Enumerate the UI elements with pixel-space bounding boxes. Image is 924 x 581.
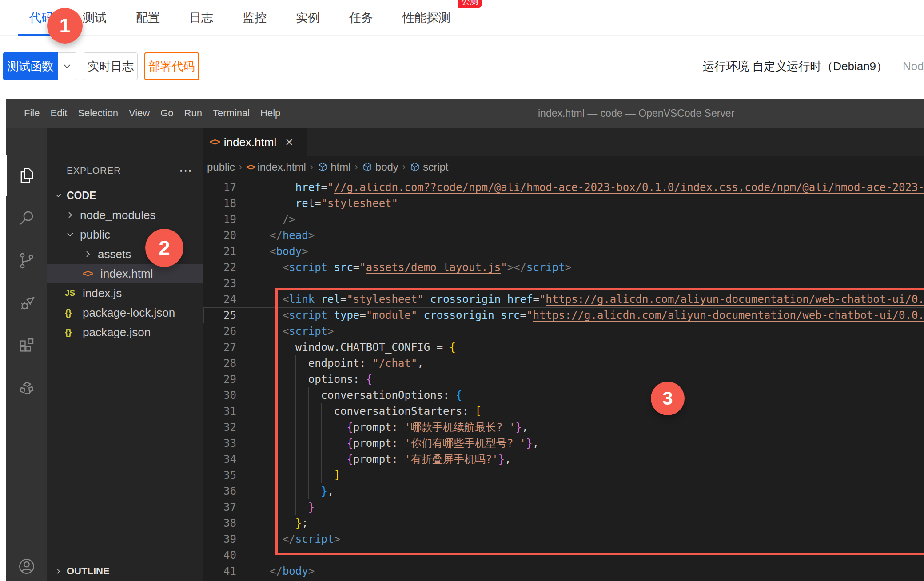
line-number[interactable]: 24 bbox=[203, 291, 236, 307]
code-token: prompt: bbox=[353, 435, 405, 451]
line-number[interactable]: 37 bbox=[203, 499, 236, 515]
indent-guides bbox=[270, 291, 283, 307]
menu-item-view[interactable]: View bbox=[123, 107, 155, 119]
test-function-dropdown-button[interactable] bbox=[58, 52, 76, 80]
code-line-text: }, bbox=[270, 483, 334, 499]
code-token: href bbox=[295, 179, 321, 195]
console-tab-实例[interactable]: 实例 bbox=[284, 0, 331, 36]
code-line-31: 31conversationStarters: [ bbox=[203, 403, 924, 419]
search-icon[interactable] bbox=[6, 198, 47, 239]
close-icon[interactable]: × bbox=[285, 135, 293, 149]
source-control-icon[interactable] bbox=[6, 240, 47, 281]
account-icon[interactable] bbox=[6, 546, 47, 581]
code-line-32: 32{prompt: '哪款手机续航最长? '}, bbox=[203, 419, 924, 435]
menu-item-go[interactable]: Go bbox=[155, 107, 179, 119]
code-token: = bbox=[353, 259, 359, 275]
console-tab-任务[interactable]: 任务 bbox=[338, 0, 385, 36]
menu-item-terminal[interactable]: Terminal bbox=[207, 107, 255, 119]
tab-label: index.html bbox=[224, 135, 277, 149]
console-tab-日志[interactable]: 日志 bbox=[178, 0, 225, 36]
line-number[interactable]: 31 bbox=[203, 403, 236, 419]
line-number[interactable]: 21 bbox=[203, 243, 236, 259]
indent-guides bbox=[270, 195, 295, 211]
menu-item-help[interactable]: Help bbox=[255, 107, 286, 119]
line-number[interactable]: 20 bbox=[203, 227, 236, 243]
console-tab-性能探测[interactable]: 性能探测公测 bbox=[391, 0, 462, 36]
line-number[interactable]: 34 bbox=[203, 451, 236, 467]
line-number[interactable]: 22 bbox=[203, 259, 236, 275]
explorer-icon[interactable] bbox=[6, 155, 47, 196]
test-function-button[interactable]: 测试函数 bbox=[3, 52, 58, 80]
activity-bar: ⚙ bbox=[6, 128, 47, 581]
line-number[interactable]: 39 bbox=[203, 531, 236, 547]
breadcrumb-item-body[interactable]: body bbox=[362, 161, 398, 173]
run-debug-icon[interactable] bbox=[6, 283, 47, 324]
code-line-28: 28endpoint: "/chat", bbox=[203, 355, 924, 371]
code-token: } bbox=[515, 419, 522, 435]
code-token: { bbox=[346, 435, 353, 451]
line-number[interactable]: 23 bbox=[203, 275, 236, 291]
line-number[interactable]: 41 bbox=[203, 563, 236, 579]
line-number[interactable]: 18 bbox=[203, 195, 236, 211]
runtime-extra: Node.j bbox=[903, 60, 924, 73]
editor-tab-index-html[interactable]: <> index.html × bbox=[203, 128, 307, 156]
code-token bbox=[424, 291, 430, 307]
line-number[interactable]: 27 bbox=[203, 339, 236, 355]
breadcrumb: public›<>index.html›html›body›script bbox=[203, 156, 924, 178]
indent-guides bbox=[270, 307, 283, 323]
line-number[interactable]: 40 bbox=[203, 547, 236, 563]
line-number[interactable]: 19 bbox=[203, 211, 236, 227]
cloud-toolkit-icon[interactable] bbox=[6, 369, 47, 410]
line-number[interactable]: 33 bbox=[203, 435, 236, 451]
line-number[interactable]: 35 bbox=[203, 467, 236, 483]
code-line-text: {prompt: '有折叠屏手机吗?'}, bbox=[270, 451, 511, 467]
line-number[interactable]: 26 bbox=[203, 323, 236, 339]
line-number[interactable]: 38 bbox=[203, 515, 236, 531]
line-number[interactable]: 17 bbox=[203, 179, 236, 195]
line-number[interactable]: 28 bbox=[203, 355, 236, 371]
line-number[interactable]: 32 bbox=[203, 419, 236, 435]
chevron-down-icon bbox=[65, 229, 76, 240]
outline-section[interactable]: OUTLINE bbox=[47, 561, 203, 581]
line-number[interactable]: 29 bbox=[203, 371, 236, 387]
line-number[interactable]: 30 bbox=[203, 387, 236, 403]
runtime-label: 运行环境 自定义运行时（Debian9） bbox=[703, 59, 888, 74]
menu-item-file[interactable]: File bbox=[19, 107, 45, 119]
code-token: > bbox=[302, 243, 308, 259]
menu-item-selection[interactable]: Selection bbox=[72, 107, 123, 119]
code-line-text: {prompt: '你们有哪些手机型号? '}, bbox=[270, 435, 539, 451]
tree-item-package-lock.json[interactable]: {}package-lock.json bbox=[47, 303, 203, 322]
code-area: 17href="//g.alicdn.com??code/npm/@ali/hm… bbox=[203, 178, 924, 579]
console-tab-配置[interactable]: 配置 bbox=[124, 0, 171, 36]
code-token: > bbox=[334, 531, 340, 547]
code-token: , bbox=[533, 435, 539, 451]
menu-item-run[interactable]: Run bbox=[179, 107, 207, 119]
breadcrumb-separator: › bbox=[310, 161, 313, 173]
indent-guides bbox=[270, 435, 346, 451]
code-token: https://g.alicdn.com/aliyun-documentatio… bbox=[546, 291, 924, 307]
line-number[interactable]: 36 bbox=[203, 483, 236, 499]
realtime-log-button[interactable]: 实时日志 bbox=[84, 52, 138, 80]
breadcrumb-item-html[interactable]: html bbox=[317, 161, 350, 173]
code-token bbox=[501, 291, 507, 307]
breadcrumb-item-script[interactable]: script bbox=[410, 161, 448, 173]
breadcrumb-label: public bbox=[207, 161, 235, 173]
breadcrumb-item-index.html[interactable]: <>index.html bbox=[246, 161, 306, 173]
deploy-code-button[interactable]: 部署代码 bbox=[144, 52, 199, 80]
console-tab-监控[interactable]: 监控 bbox=[231, 0, 278, 36]
explorer-section-code[interactable]: CODE bbox=[47, 186, 203, 205]
code-token: window.CHATBOT_CONFIG = bbox=[295, 339, 450, 355]
menu-item-edit[interactable]: Edit bbox=[45, 107, 72, 119]
code-token: { bbox=[450, 339, 456, 355]
tree-item-node_modules[interactable]: node_modules bbox=[47, 205, 203, 225]
code-line-text: <body> bbox=[270, 243, 308, 259]
vscode-window: FileEditSelectionViewGoRunTerminalHelp i… bbox=[6, 99, 924, 581]
line-number[interactable]: 25 bbox=[203, 307, 236, 323]
code-token: type bbox=[334, 307, 360, 323]
editor-tab-strip: <> index.html × bbox=[203, 128, 924, 156]
code-token: " bbox=[327, 179, 334, 195]
tree-item-package.json[interactable]: {}package.json bbox=[47, 322, 203, 342]
code-token: = bbox=[520, 307, 526, 323]
extensions-icon[interactable] bbox=[6, 326, 47, 366]
breadcrumb-item-public[interactable]: public bbox=[207, 161, 235, 173]
